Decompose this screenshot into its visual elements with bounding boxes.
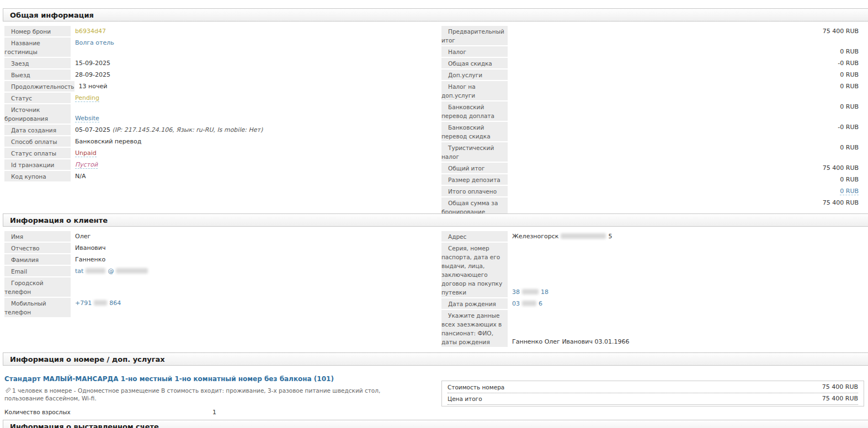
duration-value: 13 ночей: [74, 81, 108, 92]
room-price-label: Стоимость номера: [448, 382, 504, 393]
table-row: Налог на доп.услуги 0 RUB: [441, 81, 864, 100]
table-row: Дата рождения 036: [441, 298, 864, 309]
general-table-right: Предварительный итог 75 400 RUB Налог 0 …: [441, 26, 864, 218]
field-label: Отчество: [4, 243, 71, 253]
hotel-name-cell: Волга отель: [71, 38, 114, 48]
adults-count-value: 1: [212, 409, 216, 416]
adults-count-label: Количество взрослых: [4, 409, 71, 415]
field-label: Туристический налог: [441, 142, 508, 162]
table-row: Туристический налог 0 RUB: [441, 142, 864, 162]
section-header-general: Общая информация: [3, 8, 868, 22]
bank-transfer-discount-value: -0 RUB: [833, 122, 864, 132]
client-table-left: Имя Олег Отчество Иванович Фамилия Ганне…: [4, 231, 425, 318]
bank-transfer-surcharge-value: 0 RUB: [835, 101, 864, 112]
field-label: Налог на доп.услуги: [441, 81, 508, 100]
table-row: Заезд 15-09-2025: [4, 58, 425, 68]
table-row: Способ оплаты Банковский перевод: [4, 136, 425, 147]
field-label: Доп.услуги: [441, 69, 508, 80]
table-row: Налог 0 RUB: [441, 46, 864, 57]
field-label: Банковский перевод доплата: [441, 101, 508, 121]
table-row: Код купона N/A: [4, 171, 425, 181]
field-label: Адрес: [441, 231, 508, 242]
booking-number-text: b6934d47: [75, 28, 106, 35]
table-row: Адрес Железногорск5: [441, 231, 864, 242]
email-link[interactable]: tat@: [71, 266, 150, 276]
table-row: Общий итог 75 400 RUB: [441, 163, 864, 173]
booking-details-page: Общая информация Номер брони b6934d47 На…: [0, 0, 868, 428]
field-label: Источник бронирования: [4, 104, 71, 124]
table-row: Отчество Иванович: [4, 243, 425, 253]
table-row: Размер депозита 0 RUB: [441, 174, 864, 185]
table-row: Номер брони b6934d47: [4, 26, 425, 36]
field-label: Заезд: [4, 58, 71, 68]
transaction-id-link[interactable]: Пустой: [75, 161, 98, 169]
booking-status-link[interactable]: Pending: [75, 94, 99, 102]
status-cell: Pending: [71, 93, 99, 103]
field-label: Email: [4, 266, 71, 276]
table-row: Выезд 28-09-2025: [4, 69, 425, 80]
field-label: Название гостиницы: [4, 38, 71, 57]
table-row: Мобильный телефон +791864: [4, 298, 425, 317]
field-label: Размер депозита: [441, 174, 508, 185]
field-label: Предварительный итог: [441, 26, 508, 45]
tourist-tax-value: 0 RUB: [835, 142, 864, 153]
creation-meta-note: (IP: 217.145.24.106, Язык: ru-RU, Is mob…: [112, 126, 263, 133]
field-label: Укажите данные всех заезжающих в пансион…: [441, 310, 508, 347]
payment-status-link[interactable]: Unpaid: [75, 149, 97, 157]
field-label: Банковский перевод скидка: [441, 122, 508, 141]
payment-method-value: Банковский перевод: [71, 136, 141, 147]
total-discount-value: -0 RUB: [833, 58, 864, 68]
field-label: Серия, номер паспорта, дата его выдачи, …: [441, 243, 508, 297]
first-name-value: Олег: [71, 231, 90, 242]
field-label: Дата создания: [4, 125, 71, 135]
field-label: Дата рождения: [441, 298, 508, 309]
field-label: Код купона: [4, 171, 71, 181]
field-label: Статус: [4, 93, 71, 103]
general-table-left: Номер брони b6934d47 Название гостиницы …: [4, 26, 425, 183]
room-price-box: Стоимость номера 75 400 RUB Цена итого 7…: [441, 381, 864, 406]
total-paid-cell: 0 RUB: [835, 186, 864, 196]
table-row: Имя Олег: [4, 231, 425, 242]
mobile-phone-link[interactable]: +791864: [71, 298, 121, 308]
transaction-id-cell: Пустой: [71, 159, 98, 170]
grand-total-value: 75 400 RUB: [818, 163, 864, 173]
table-row: Предварительный итог 75 400 RUB: [441, 26, 864, 45]
room-name-title: Стандарт МАЛЫЙ-МАНСАРДА 1-но местный 1-н…: [4, 375, 334, 383]
check-in-date: 15-09-2025: [71, 58, 110, 68]
deposit-value: 0 RUB: [835, 174, 864, 185]
field-label: Id транзакции: [4, 159, 71, 170]
field-label: Общий итог: [441, 163, 508, 173]
birth-date-value: 036: [508, 298, 542, 309]
table-row: Итого оплачено 0 RUB: [441, 186, 864, 196]
field-label: Налог: [441, 46, 508, 57]
field-label: Статус оплаты: [4, 148, 71, 158]
field-label: Мобильный телефон: [4, 298, 71, 317]
table-row: Банковский перевод скидка -0 RUB: [441, 122, 864, 141]
field-label: Выезд: [4, 69, 71, 80]
table-row: Доп.услуги 0 RUB: [441, 69, 864, 80]
total-price-value: 75 400 RUB: [822, 393, 858, 404]
table-row: Источник бронирования Website: [4, 104, 425, 124]
tax-value: 0 RUB: [835, 46, 864, 57]
table-row: Статус Pending: [4, 93, 425, 103]
table-row: Общая скидка -0 RUB: [441, 58, 864, 68]
creation-date-value: 05-07-2025 (IP: 217.145.24.106, Язык: ru…: [71, 125, 263, 135]
price-row: Стоимость номера 75 400 RUB: [448, 382, 858, 393]
total-paid-link[interactable]: 0 RUB: [840, 188, 859, 195]
source-cell: Website: [71, 113, 99, 124]
section-header-client: Информация о клиенте: [3, 213, 868, 227]
room-price-value: 75 400 RUB: [822, 382, 858, 393]
extras-value: 0 RUB: [835, 69, 864, 80]
address-value: Железногорск5: [508, 231, 612, 242]
table-row: Городской телефон: [4, 277, 425, 297]
hotel-name-link[interactable]: Волга отель: [75, 39, 114, 46]
passport-value: 3818: [508, 287, 549, 297]
field-label: Имя: [4, 231, 71, 242]
field-label: Способ оплаты: [4, 136, 71, 147]
price-row: Цена итого 75 400 RUB: [448, 393, 858, 405]
booking-total-value: 75 400 RUB: [818, 197, 864, 208]
table-row: Email tat@: [4, 266, 425, 276]
city-phone-value: [71, 277, 75, 279]
check-out-date: 28-09-2025: [71, 69, 110, 80]
booking-source-link[interactable]: Website: [75, 115, 99, 122]
